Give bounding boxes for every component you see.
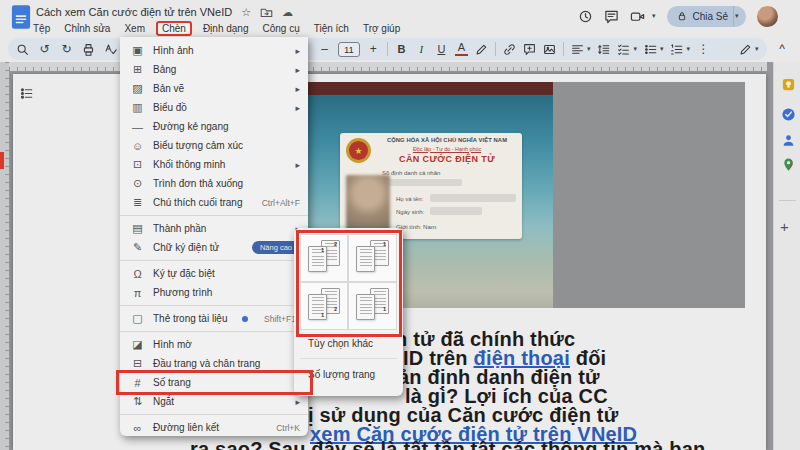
smart-chips-icon: ⊡ <box>130 158 145 171</box>
italic-icon[interactable]: I <box>415 44 428 55</box>
share-button[interactable]: Chia Sẻ ▾ <box>667 6 746 27</box>
menu-tệp[interactable]: Tệp <box>30 22 53 35</box>
editing-mode-caret-icon[interactable]: ▾ <box>755 45 759 53</box>
menu-chỉnh-sửa[interactable]: Chỉnh sửa <box>61 22 113 35</box>
document-text-fragment: ra sao? Sau đây sẽ là tất tần tật các th… <box>190 438 705 450</box>
video-call-caret-icon[interactable]: ▾ <box>652 12 656 20</box>
id-card-panel: ★ CỘNG HÒA XÃ HỘI CHỦ NGHĨA VIỆT NAM Độc… <box>340 133 522 239</box>
esignature-icon: ✎ <box>130 241 145 254</box>
checklist-caret-icon[interactable]: ▾ <box>633 45 637 53</box>
page-break-icon: ⇅ <box>130 395 145 408</box>
menu-divider <box>120 414 308 415</box>
tasks-icon[interactable] <box>780 106 796 122</box>
undo-icon[interactable]: ↺ <box>38 43 51 55</box>
red-annotation-mark <box>0 152 4 169</box>
menu-item-label: Biểu đồ <box>153 102 187 113</box>
get-add-ons-icon[interactable]: + <box>780 218 789 235</box>
move-folder-icon[interactable] <box>260 6 273 19</box>
spellcheck-icon[interactable] <box>104 43 117 56</box>
card-dob-label: Ngày sinh: <box>396 209 424 215</box>
insert-menu-item-drawing[interactable]: ▨Bản vẽ▸ <box>120 79 308 98</box>
menu-công-cụ[interactable]: Công cụ <box>259 22 302 35</box>
insert-menu-item-smart-chips[interactable]: ⊡Khối thông minh▸ <box>120 155 308 174</box>
hide-menus-icon[interactable]: ^ <box>775 43 788 55</box>
new-feature-dot-icon <box>242 316 248 322</box>
insert-image-icon[interactable] <box>543 43 556 56</box>
horizontal-line-icon: — <box>130 121 145 133</box>
menu-item-label: Ký tự đặc biệt <box>153 268 215 279</box>
menus-search-icon[interactable] <box>16 43 29 56</box>
insert-menu-item-building-blocks[interactable]: ▤Thành phần▸ <box>120 219 308 238</box>
insert-menu-item-footnote[interactable]: ≣Chú thích cuối trangCtrl+Alt+F <box>120 193 308 212</box>
underline-icon[interactable]: U <box>435 44 448 55</box>
card-title: CĂN CƯỚC ĐIỆN TỬ <box>376 154 518 164</box>
bulleted-list-icon[interactable] <box>644 43 657 56</box>
menu-chen-active[interactable]: Chèn <box>156 21 192 36</box>
redo-icon[interactable]: ↻ <box>60 43 73 55</box>
google-docs-icon[interactable] <box>11 4 31 34</box>
insert-menu-item-chart[interactable]: ▥Biểu đồ▸ <box>120 98 308 117</box>
share-caret-icon[interactable]: ▾ <box>735 12 739 20</box>
menu-item-label: Đường liên kết <box>153 422 219 433</box>
insert-menu-item-horizontal-line[interactable]: —Đường kẻ ngang <box>120 117 308 136</box>
decrease-font-size-icon[interactable]: – <box>318 43 331 55</box>
avatar[interactable] <box>757 6 778 27</box>
menu-xem[interactable]: Xem <box>121 22 148 35</box>
insert-menu-item-link[interactable]: ∞Đường liên kếtCtrl+K <box>120 418 308 436</box>
vertical-ruler[interactable] <box>0 62 9 450</box>
menu-item-label: Chú thích cuối trang <box>153 197 243 208</box>
menu-item-label: Phương trình <box>153 287 212 298</box>
footnote-icon: ≣ <box>130 196 145 209</box>
insert-menu-item-emoji[interactable]: ☺Biểu tượng cảm xúc <box>120 136 308 155</box>
menu-trợ-giúp[interactable]: Trợ giúp <box>360 22 403 35</box>
maps-icon[interactable] <box>780 156 796 172</box>
star-icon[interactable]: ☆ <box>241 7 251 18</box>
insert-link-icon[interactable] <box>503 43 516 56</box>
submenu-arrow-icon: ▸ <box>295 65 300 75</box>
bulleted-list-caret-icon[interactable]: ▾ <box>660 45 664 53</box>
submenu-arrow-icon: ▸ <box>295 160 300 170</box>
contacts-icon[interactable] <box>780 132 796 148</box>
document-outline-icon[interactable] <box>20 86 33 104</box>
menu-item-label: Biểu tượng cảm xúc <box>153 140 243 151</box>
document-title[interactable]: Cách xem Căn cước điện tử trên VNeID <box>36 6 232 18</box>
insert-menu-item-document-tabs[interactable]: ▢Thẻ trong tài liệuShift+F11 <box>120 309 308 328</box>
align-caret-icon[interactable]: ▾ <box>587 45 591 53</box>
align-icon[interactable] <box>571 43 584 56</box>
editing-mode-icon[interactable] <box>739 43 752 56</box>
menu-item-label: Đầu trang và chân trang <box>153 358 260 369</box>
more-options-icon[interactable]: ⋮ <box>697 43 710 55</box>
comment-icon[interactable] <box>604 9 619 24</box>
menu-item-label: Hình mờ <box>153 339 192 350</box>
increase-font-size-icon[interactable]: + <box>367 43 380 55</box>
insert-menu-item-special-characters[interactable]: ΩKý tự đặc biệt <box>120 264 308 283</box>
numbered-list-icon[interactable] <box>670 43 683 56</box>
card-gender-label: Giới tính: Nam <box>396 223 436 230</box>
text-color-icon[interactable]: A <box>455 42 468 56</box>
keep-icon[interactable] <box>780 76 796 92</box>
version-history-icon[interactable] <box>578 9 593 24</box>
insert-menu-item-equation[interactable]: πPhương trình <box>120 283 308 302</box>
insert-menu-item-image[interactable]: ▣Hình ảnh▸ <box>120 41 308 60</box>
insert-menu-item-dropdown[interactable]: ⊙Trình đơn thả xuống <box>120 174 308 193</box>
document-text-line-7[interactable]: ra sao? Sau đây sẽ là tất tần tật các th… <box>190 438 705 450</box>
menu-tiện-ích[interactable]: Tiện ích <box>311 22 352 35</box>
video-call-icon[interactable] <box>630 9 645 24</box>
menu-item-label: Bản vẽ <box>153 83 184 94</box>
checklist-icon[interactable] <box>617 43 630 56</box>
menu-divider <box>120 215 308 216</box>
menu-định-dạng[interactable]: Định dạng <box>200 22 252 35</box>
line-spacing-icon[interactable] <box>597 43 610 56</box>
insert-menu-item-watermark[interactable]: ◪Hình mờ <box>120 335 308 354</box>
card-name-label: Họ và tên: <box>396 196 423 202</box>
insert-menu-item-esignature[interactable]: ✎Chữ ký điện tửNâng cao <box>120 238 308 257</box>
insert-menu-item-table[interactable]: ⊞Bảng▸ <box>120 60 308 79</box>
bold-icon[interactable]: B <box>395 44 408 55</box>
highlight-color-icon[interactable] <box>475 43 488 56</box>
add-comment-icon[interactable] <box>523 43 536 56</box>
font-size-value[interactable]: 11 <box>338 42 360 57</box>
menu-divider <box>120 331 308 332</box>
print-icon[interactable] <box>82 43 95 56</box>
numbered-list-caret-icon[interactable]: ▾ <box>686 45 690 53</box>
submenu-item-page-count[interactable]: Số lượng trang <box>300 361 397 387</box>
